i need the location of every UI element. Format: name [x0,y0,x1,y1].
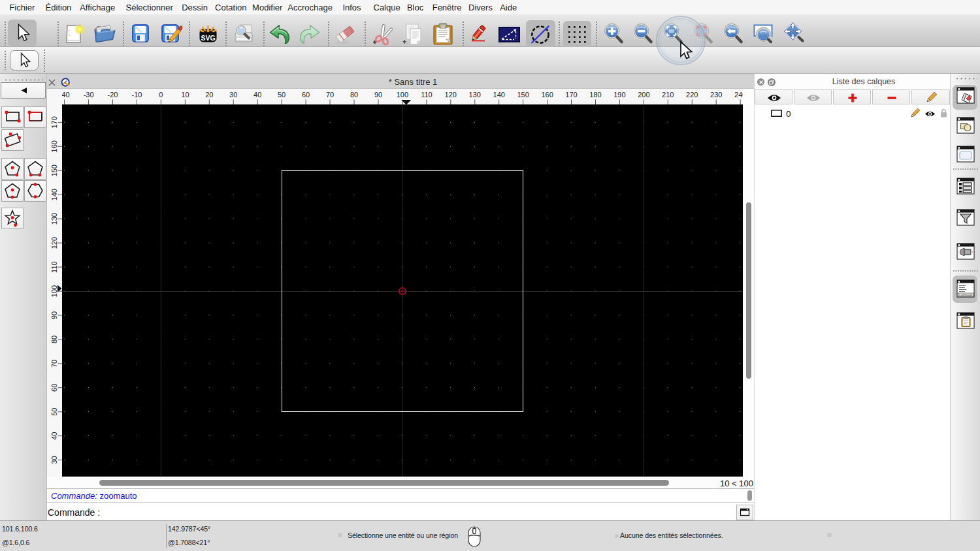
svg-text:SVG: SVG [201,34,215,42]
svg-text:110: 110 [50,261,58,273]
svg-text:60: 60 [50,384,58,392]
svg-text:-30: -30 [84,91,94,99]
svg-text:150: 150 [517,91,529,99]
svg-text:150: 150 [50,165,58,176]
svg-text:50: 50 [278,91,286,99]
svg-text:110: 110 [421,91,433,99]
svg-text:80: 80 [50,336,58,343]
svg-text:160: 160 [541,91,553,99]
svg-text:10: 10 [181,91,189,99]
svg-text:90: 90 [374,91,382,99]
svg-text:220: 220 [686,91,698,99]
svg-text:70: 70 [50,360,58,368]
svg-text:200: 200 [638,91,649,99]
svg-text:190: 190 [613,91,625,99]
svg-text:230: 230 [710,91,722,99]
svg-text:170: 170 [565,91,577,99]
svg-text:130: 130 [469,91,481,99]
svg-text:140: 140 [50,189,58,200]
svg-text:30: 30 [229,91,237,99]
svg-text:130: 130 [50,213,58,225]
svg-text:240: 240 [734,91,743,99]
svg-text:120: 120 [50,237,58,249]
svg-text:90: 90 [50,311,58,319]
svg-text:180: 180 [589,91,601,99]
svg-text:-10: -10 [132,91,142,99]
svg-text:c commande: c commande [959,294,973,296]
svg-text:100: 100 [397,91,408,99]
svg-text:210: 210 [662,91,674,99]
svg-text:60: 60 [302,91,310,99]
svg-text:-20: -20 [108,91,118,99]
svg-text:50: 50 [50,408,58,416]
svg-text:170: 170 [50,116,58,128]
svg-text:30: 30 [50,456,58,464]
svg-text:-40: -40 [62,91,70,99]
svg-text:0: 0 [159,91,163,99]
svg-text:120: 120 [445,91,457,99]
svg-text:100: 100 [50,285,58,297]
svg-text:40: 40 [253,91,261,99]
svg-text:40: 40 [50,432,58,440]
svg-text:70: 70 [326,91,334,99]
svg-text:160: 160 [50,140,58,152]
svg-text:140: 140 [493,91,505,99]
svg-text:80: 80 [350,91,358,99]
svg-text:20: 20 [205,91,213,99]
